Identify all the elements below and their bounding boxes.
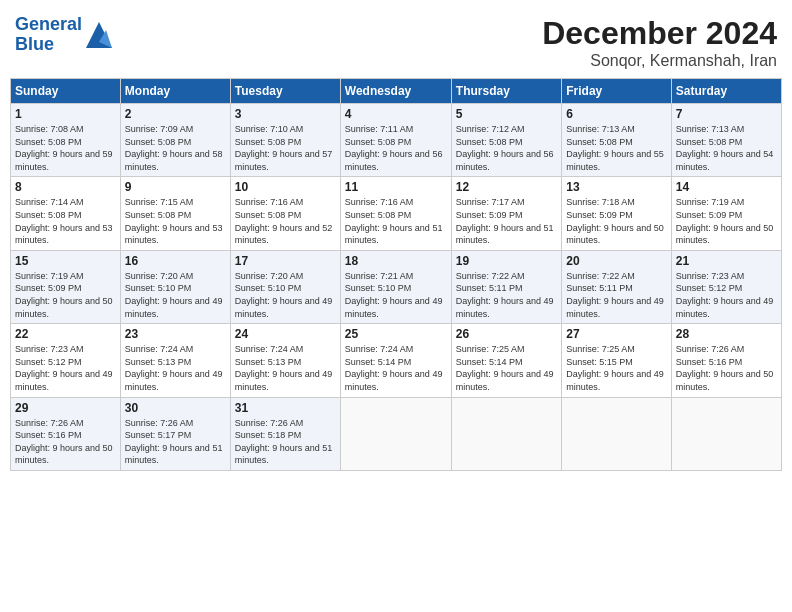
day-number: 14 xyxy=(676,180,777,194)
day-number: 10 xyxy=(235,180,336,194)
day-info: Sunrise: 7:17 AMSunset: 5:09 PMDaylight:… xyxy=(456,196,557,246)
day-number: 3 xyxy=(235,107,336,121)
day-number: 19 xyxy=(456,254,557,268)
day-info: Sunrise: 7:25 AMSunset: 5:14 PMDaylight:… xyxy=(456,343,557,393)
calendar-cell: 11Sunrise: 7:16 AMSunset: 5:08 PMDayligh… xyxy=(340,177,451,250)
day-info: Sunrise: 7:12 AMSunset: 5:08 PMDaylight:… xyxy=(456,123,557,173)
day-info: Sunrise: 7:25 AMSunset: 5:15 PMDaylight:… xyxy=(566,343,666,393)
calendar-cell: 7Sunrise: 7:13 AMSunset: 5:08 PMDaylight… xyxy=(671,104,781,177)
calendar-cell: 26Sunrise: 7:25 AMSunset: 5:14 PMDayligh… xyxy=(451,324,561,397)
location-title: Sonqor, Kermanshah, Iran xyxy=(542,52,777,70)
weekday-header-friday: Friday xyxy=(562,79,671,104)
day-number: 11 xyxy=(345,180,447,194)
calendar-cell: 29Sunrise: 7:26 AMSunset: 5:16 PMDayligh… xyxy=(11,397,121,470)
day-number: 4 xyxy=(345,107,447,121)
day-info: Sunrise: 7:16 AMSunset: 5:08 PMDaylight:… xyxy=(235,196,336,246)
calendar-cell: 10Sunrise: 7:16 AMSunset: 5:08 PMDayligh… xyxy=(230,177,340,250)
day-number: 26 xyxy=(456,327,557,341)
day-number: 7 xyxy=(676,107,777,121)
weekday-header-saturday: Saturday xyxy=(671,79,781,104)
day-info: Sunrise: 7:13 AMSunset: 5:08 PMDaylight:… xyxy=(676,123,777,173)
day-info: Sunrise: 7:14 AMSunset: 5:08 PMDaylight:… xyxy=(15,196,116,246)
day-info: Sunrise: 7:23 AMSunset: 5:12 PMDaylight:… xyxy=(15,343,116,393)
calendar-cell: 4Sunrise: 7:11 AMSunset: 5:08 PMDaylight… xyxy=(340,104,451,177)
logo-icon xyxy=(84,20,114,50)
calendar-cell: 3Sunrise: 7:10 AMSunset: 5:08 PMDaylight… xyxy=(230,104,340,177)
month-title: December 2024 xyxy=(542,15,777,52)
weekday-header-row: SundayMondayTuesdayWednesdayThursdayFrid… xyxy=(11,79,782,104)
day-number: 13 xyxy=(566,180,666,194)
calendar-cell: 24Sunrise: 7:24 AMSunset: 5:13 PMDayligh… xyxy=(230,324,340,397)
day-info: Sunrise: 7:16 AMSunset: 5:08 PMDaylight:… xyxy=(345,196,447,246)
day-number: 9 xyxy=(125,180,226,194)
day-number: 31 xyxy=(235,401,336,415)
calendar-cell: 31Sunrise: 7:26 AMSunset: 5:18 PMDayligh… xyxy=(230,397,340,470)
weekday-header-sunday: Sunday xyxy=(11,79,121,104)
day-number: 8 xyxy=(15,180,116,194)
day-number: 27 xyxy=(566,327,666,341)
calendar-cell: 28Sunrise: 7:26 AMSunset: 5:16 PMDayligh… xyxy=(671,324,781,397)
day-number: 21 xyxy=(676,254,777,268)
calendar-cell: 30Sunrise: 7:26 AMSunset: 5:17 PMDayligh… xyxy=(120,397,230,470)
calendar-cell xyxy=(340,397,451,470)
calendar-cell xyxy=(671,397,781,470)
day-number: 5 xyxy=(456,107,557,121)
day-number: 23 xyxy=(125,327,226,341)
day-info: Sunrise: 7:20 AMSunset: 5:10 PMDaylight:… xyxy=(235,270,336,320)
day-number: 18 xyxy=(345,254,447,268)
calendar-cell: 17Sunrise: 7:20 AMSunset: 5:10 PMDayligh… xyxy=(230,250,340,323)
calendar-cell: 15Sunrise: 7:19 AMSunset: 5:09 PMDayligh… xyxy=(11,250,121,323)
calendar-week-row: 22Sunrise: 7:23 AMSunset: 5:12 PMDayligh… xyxy=(11,324,782,397)
calendar-cell: 22Sunrise: 7:23 AMSunset: 5:12 PMDayligh… xyxy=(11,324,121,397)
day-number: 28 xyxy=(676,327,777,341)
day-number: 20 xyxy=(566,254,666,268)
day-number: 24 xyxy=(235,327,336,341)
calendar-cell: 23Sunrise: 7:24 AMSunset: 5:13 PMDayligh… xyxy=(120,324,230,397)
day-info: Sunrise: 7:26 AMSunset: 5:16 PMDaylight:… xyxy=(15,417,116,467)
weekday-header-monday: Monday xyxy=(120,79,230,104)
day-info: Sunrise: 7:09 AMSunset: 5:08 PMDaylight:… xyxy=(125,123,226,173)
calendar-cell: 25Sunrise: 7:24 AMSunset: 5:14 PMDayligh… xyxy=(340,324,451,397)
day-info: Sunrise: 7:26 AMSunset: 5:17 PMDaylight:… xyxy=(125,417,226,467)
day-number: 30 xyxy=(125,401,226,415)
calendar-cell: 6Sunrise: 7:13 AMSunset: 5:08 PMDaylight… xyxy=(562,104,671,177)
day-info: Sunrise: 7:24 AMSunset: 5:13 PMDaylight:… xyxy=(125,343,226,393)
calendar-cell: 8Sunrise: 7:14 AMSunset: 5:08 PMDaylight… xyxy=(11,177,121,250)
day-info: Sunrise: 7:23 AMSunset: 5:12 PMDaylight:… xyxy=(676,270,777,320)
weekday-header-thursday: Thursday xyxy=(451,79,561,104)
calendar-week-row: 8Sunrise: 7:14 AMSunset: 5:08 PMDaylight… xyxy=(11,177,782,250)
calendar-week-row: 15Sunrise: 7:19 AMSunset: 5:09 PMDayligh… xyxy=(11,250,782,323)
calendar-cell xyxy=(451,397,561,470)
day-info: Sunrise: 7:21 AMSunset: 5:10 PMDaylight:… xyxy=(345,270,447,320)
calendar-cell: 1Sunrise: 7:08 AMSunset: 5:08 PMDaylight… xyxy=(11,104,121,177)
day-number: 12 xyxy=(456,180,557,194)
calendar-cell xyxy=(562,397,671,470)
page-header: GeneralBlue December 2024 Sonqor, Kerman… xyxy=(10,10,782,70)
calendar-cell: 13Sunrise: 7:18 AMSunset: 5:09 PMDayligh… xyxy=(562,177,671,250)
calendar-cell: 2Sunrise: 7:09 AMSunset: 5:08 PMDaylight… xyxy=(120,104,230,177)
day-info: Sunrise: 7:26 AMSunset: 5:16 PMDaylight:… xyxy=(676,343,777,393)
calendar-cell: 16Sunrise: 7:20 AMSunset: 5:10 PMDayligh… xyxy=(120,250,230,323)
day-info: Sunrise: 7:18 AMSunset: 5:09 PMDaylight:… xyxy=(566,196,666,246)
day-number: 15 xyxy=(15,254,116,268)
day-number: 16 xyxy=(125,254,226,268)
logo-text: GeneralBlue xyxy=(15,15,82,55)
weekday-header-wednesday: Wednesday xyxy=(340,79,451,104)
day-number: 17 xyxy=(235,254,336,268)
calendar-cell: 20Sunrise: 7:22 AMSunset: 5:11 PMDayligh… xyxy=(562,250,671,323)
day-info: Sunrise: 7:22 AMSunset: 5:11 PMDaylight:… xyxy=(566,270,666,320)
calendar-cell: 21Sunrise: 7:23 AMSunset: 5:12 PMDayligh… xyxy=(671,250,781,323)
day-info: Sunrise: 7:26 AMSunset: 5:18 PMDaylight:… xyxy=(235,417,336,467)
day-number: 29 xyxy=(15,401,116,415)
calendar-cell: 5Sunrise: 7:12 AMSunset: 5:08 PMDaylight… xyxy=(451,104,561,177)
day-number: 6 xyxy=(566,107,666,121)
day-info: Sunrise: 7:24 AMSunset: 5:13 PMDaylight:… xyxy=(235,343,336,393)
day-info: Sunrise: 7:11 AMSunset: 5:08 PMDaylight:… xyxy=(345,123,447,173)
day-info: Sunrise: 7:15 AMSunset: 5:08 PMDaylight:… xyxy=(125,196,226,246)
calendar-cell: 19Sunrise: 7:22 AMSunset: 5:11 PMDayligh… xyxy=(451,250,561,323)
day-info: Sunrise: 7:13 AMSunset: 5:08 PMDaylight:… xyxy=(566,123,666,173)
calendar-week-row: 29Sunrise: 7:26 AMSunset: 5:16 PMDayligh… xyxy=(11,397,782,470)
title-block: December 2024 Sonqor, Kermanshah, Iran xyxy=(542,15,777,70)
day-number: 1 xyxy=(15,107,116,121)
calendar-cell: 27Sunrise: 7:25 AMSunset: 5:15 PMDayligh… xyxy=(562,324,671,397)
